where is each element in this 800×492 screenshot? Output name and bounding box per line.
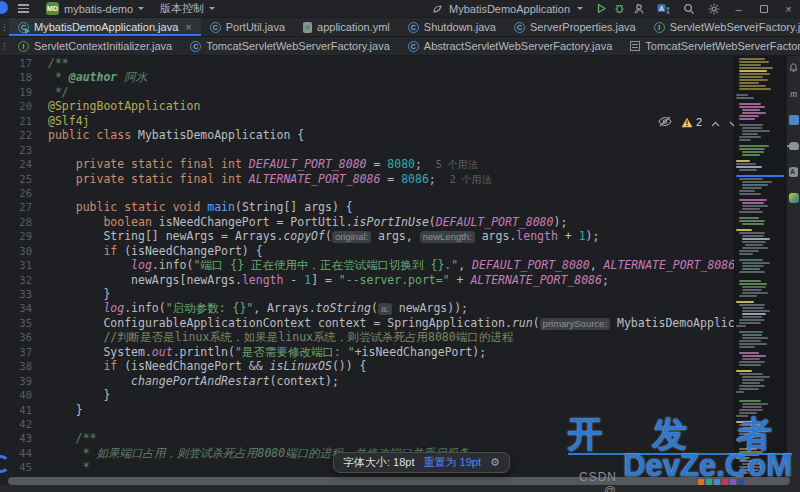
warnings-counter[interactable]: 2 [681,116,702,128]
ai-plugin-icon[interactable] [788,192,799,203]
line-number[interactable]: 18 [0,70,48,84]
line-number[interactable]: 36 [0,330,48,344]
code-editor[interactable]: 17/**18 * @author 阿水19 */20@SpringBootAp… [0,56,786,492]
line-number[interactable]: 30 [0,244,48,258]
run-configuration-selector[interactable]: MybatisDemoApplication [449,3,570,15]
debug-button[interactable] [614,3,625,14]
line-number[interactable]: 25 [0,172,48,186]
editor-tab[interactable]: CAbstractServletWebServerFactory.java [399,37,622,55]
line-number[interactable]: 22 [0,128,48,142]
code-line[interactable]: 43 /** [0,431,786,445]
editor-tab[interactable]: application.yml [294,18,399,36]
line-number[interactable]: 28 [0,215,48,229]
code-line[interactable]: 37 System.out.println("是否需要修改端口: "+isNee… [0,345,786,359]
tab-close-icon[interactable]: × [185,21,191,33]
translate-icon[interactable]: A [657,2,670,15]
tab-list-more-icon[interactable]: ⋮ [751,18,762,36]
code-line[interactable]: 19 */ [0,85,786,99]
settings-gear-icon[interactable] [707,2,720,15]
code-line[interactable]: 28 boolean isNeedChangePort = PortUtil.i… [0,215,786,229]
code-line[interactable]: 30 if (isNeedChangePort) { [0,244,786,258]
project-widget[interactable]: MD mybatis-demo [46,2,144,15]
code-line[interactable]: 38 if (isNeedChangePort && isLinuxOS()) … [0,359,786,373]
code-line[interactable]: 36 //判断是否是linux系统，如果是linux系统，则尝试杀死占用8080… [0,330,786,344]
line-number[interactable]: 23 [0,143,48,157]
line-number[interactable]: 38 [0,359,48,373]
line-number[interactable]: 29 [0,229,48,243]
prev-problem-icon[interactable] [711,113,720,131]
editor-tab[interactable]: CShutdown.java [399,18,505,36]
editor-tab[interactable]: CServerProperties.java [505,18,645,36]
line-number[interactable]: 31 [0,258,48,272]
code-with-me-icon[interactable] [632,2,645,15]
inspection-widget: 2 [658,113,738,131]
code-line[interactable]: 34 log.info("启动参数: {}", Arrays.toString(… [0,301,786,315]
line-number[interactable]: 41 [0,403,48,417]
code-line[interactable]: 17/** [0,56,786,70]
run-button[interactable] [596,3,607,14]
editor-tab[interactable]: CTomcatServletWebServerFactory.java [181,37,399,55]
database-icon[interactable] [788,166,799,177]
line-number[interactable]: 43 [0,431,48,445]
code-line[interactable]: 25 private static final int ALTERNATE_PO… [0,172,786,186]
code-line[interactable]: 40 } [0,388,786,402]
editor-tab[interactable]: CMybatisDemoApplication.java× [9,18,201,36]
code-line[interactable]: 31 log.info("端口 {} 正在使用中，正在尝试端口切换到 {}.",… [0,258,786,272]
tab-row-options-icon[interactable]: ⋮ [0,18,9,36]
maven-icon[interactable]: m [788,88,799,99]
spring-icon[interactable] [788,114,799,125]
line-number[interactable]: 21 [0,114,48,128]
line-content: if (isNeedChangePort && isLinuxOS()) { [48,359,786,373]
line-number[interactable]: 17 [0,56,48,70]
line-number[interactable]: 42 [0,417,48,431]
tab-label: ServerProperties.java [530,21,636,33]
line-number[interactable]: 19 [0,85,48,99]
code-line[interactable]: 39 changePortAndRestart(context); [0,374,786,388]
vcs-widget[interactable]: 版本控制 [160,1,215,16]
line-content: log.info("启动参数: {}", Arrays.toString(a: … [48,301,786,315]
line-number[interactable]: 27 [0,200,48,214]
hamburger-menu-icon[interactable] [18,2,29,15]
code-line[interactable]: 20@SpringBootApplication [0,99,786,113]
line-number[interactable]: 39 [0,374,48,388]
code-line[interactable]: 23 [0,143,786,157]
window-close-button[interactable]: × [782,2,795,15]
gradle-icon[interactable] [788,140,799,151]
line-number[interactable]: 37 [0,345,48,359]
line-number[interactable]: 20 [0,99,48,113]
font-settings-gear-icon[interactable]: ⚙ [490,456,500,469]
editor-tab[interactable]: IServletContextInitializer.java [9,37,181,55]
line-number[interactable]: 33 [0,287,48,301]
font-size-reset-link[interactable]: 重置为 19pt [424,455,481,470]
window-minimize-button[interactable]: – [732,2,745,15]
code-line[interactable]: 32 newArgs[newArgs.length - 1] = "--serv… [0,273,786,287]
line-number[interactable]: 35 [0,316,48,330]
line-number[interactable]: 24 [0,157,48,171]
horizontal-scrollbar[interactable] [8,477,790,485]
code-line[interactable]: 35 ConfigurableApplicationContext contex… [0,316,786,330]
code-line[interactable]: 29 String[] newArgs = Arrays.copyOf(orig… [0,229,786,243]
code-line[interactable]: 18 * @author 阿水 [0,70,786,84]
code-minimap[interactable] [734,56,786,477]
editor-tab[interactable]: TomcatServletWebServerFactory [621,37,800,55]
class-file-icon: C [408,22,419,33]
editor-tab[interactable]: CPortUtil.java [201,18,294,36]
editor-tab-rows: ⋮CMybatisDemoApplication.java×CPortUtil.… [0,18,800,56]
line-number[interactable]: 32 [0,273,48,287]
code-line[interactable]: 42 [0,417,786,431]
window-maximize-button[interactable] [757,2,770,15]
line-number[interactable]: 40 [0,388,48,402]
tab-row-options-icon[interactable]: ⋮ [0,37,9,55]
editor-tab[interactable]: IServletWebServerFactory.java [645,18,800,36]
search-everywhere-icon[interactable] [682,2,695,15]
notifications-icon[interactable] [788,62,799,73]
code-line[interactable]: 41 } [0,403,786,417]
line-number[interactable]: 34 [0,301,48,315]
code-line[interactable]: 27 public static void main(String[] args… [0,200,786,214]
code-line[interactable]: 24 private static final int DEFAULT_PORT… [0,157,786,171]
highlighting-level-icon[interactable] [658,113,672,131]
line-number[interactable]: 26 [0,186,48,200]
line-content: String[] newArgs = Arrays.copyOf(origina… [48,229,786,243]
code-line[interactable]: 33 } [0,287,786,301]
code-line[interactable]: 26 [0,186,786,200]
